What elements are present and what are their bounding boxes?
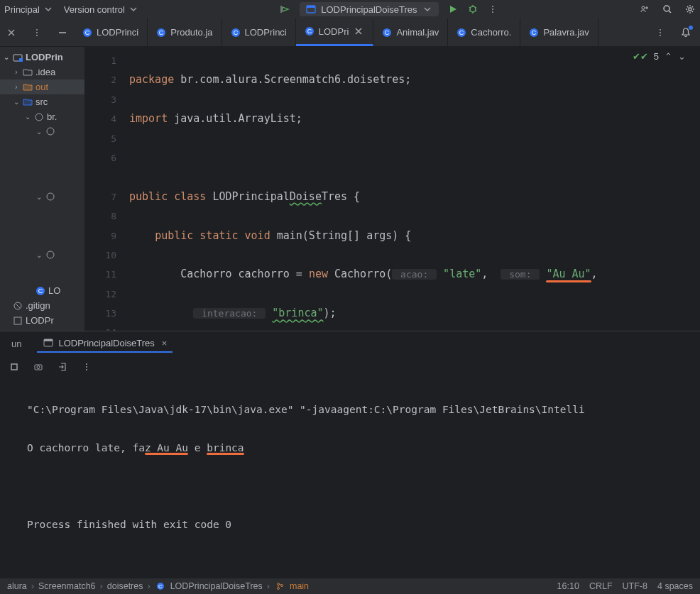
svg-point-3	[492, 6, 493, 7]
svg-point-48	[86, 369, 87, 370]
run-config-tab[interactable]: LODPrincipalDoiseTres ×	[37, 334, 173, 353]
settings-icon[interactable]	[684, 4, 696, 15]
exit-icon[interactable]	[57, 361, 68, 373]
inspection-indicator[interactable]: ✔✔ 5 ⌃ ⌄	[633, 51, 686, 62]
close-tab-icon[interactable]: ×	[162, 338, 168, 348]
chevron-down-icon	[422, 4, 433, 15]
tab-palavra[interactable]: C Palavra.jav	[520, 18, 598, 46]
svg-point-5	[492, 11, 493, 13]
svg-point-46	[86, 363, 87, 365]
build-icon[interactable]	[280, 4, 291, 15]
check-icon: ✔✔	[633, 51, 648, 62]
crumb-file[interactable]: LODPrincipalDoiseTres	[170, 581, 263, 591]
tree-br[interactable]: ⌄ br.	[0, 109, 84, 124]
output-line: "C:\Program Files\Java\jdk-17\bin\java.e…	[27, 400, 689, 419]
tab-produto[interactable]: C Produto.ja	[148, 18, 222, 46]
run-tool-label[interactable]: un	[6, 336, 27, 352]
line-number: 3	[85, 90, 129, 109]
run-icon[interactable]	[447, 4, 459, 15]
tree-pkg[interactable]: ⌄	[0, 124, 84, 138]
line-number: 5	[85, 129, 129, 148]
tab-cachorro[interactable]: C Cachorro.	[448, 18, 520, 46]
chevron-right-icon: ›	[13, 68, 20, 76]
search-icon[interactable]	[662, 4, 673, 15]
caret-position[interactable]: 16:10	[557, 581, 579, 591]
tab-label: LODPri	[319, 26, 349, 37]
package-icon	[45, 126, 55, 136]
prev-highlight-icon[interactable]: ⌃	[665, 51, 672, 62]
line-number: 11	[85, 265, 129, 284]
output-line: O cachorro late, faz Au Au e brinca	[27, 439, 689, 458]
crumb[interactable]: alura	[7, 581, 27, 591]
run-toolbar	[0, 356, 700, 378]
notifications-icon[interactable]	[680, 27, 691, 38]
java-class-icon: C	[82, 28, 92, 38]
line-number: 7	[85, 187, 129, 207]
editor-body[interactable]: 1 2 3 4 5 6 7 8 9 10 11 12 13 14 15 16 1…	[85, 47, 700, 331]
git-branch[interactable]: main	[290, 581, 309, 591]
tree-pkg3[interactable]: ⌄	[0, 248, 84, 262]
code-with-me-icon[interactable]	[639, 4, 650, 15]
tab-label: Cachorro.	[471, 27, 511, 38]
line-number: 9	[85, 226, 129, 246]
package-icon	[34, 112, 44, 122]
more-icon[interactable]	[81, 361, 92, 373]
tree-out[interactable]: › out	[0, 79, 84, 94]
tree-gitignore[interactable]: .gitign	[0, 298, 84, 313]
application-icon	[43, 337, 54, 348]
svg-text:C: C	[85, 29, 90, 36]
crumb[interactable]: doisetres	[107, 581, 143, 591]
camera-icon[interactable]	[33, 361, 44, 373]
tree-pkg2[interactable]: ⌄	[0, 189, 84, 204]
more-icon[interactable]	[655, 27, 666, 38]
debug-icon[interactable]	[467, 4, 478, 15]
crumb-separator: ›	[147, 581, 150, 591]
java-class-icon: C	[231, 28, 241, 38]
tree-label: .idea	[35, 67, 55, 77]
project-dropdown[interactable]: Principal	[4, 4, 54, 15]
line-number: 14	[85, 323, 129, 331]
folder-icon	[23, 67, 33, 77]
svg-rect-43	[11, 364, 17, 370]
tab-lodprincipal-2[interactable]: C LODPrinci	[222, 18, 296, 46]
stop-icon[interactable]	[9, 361, 20, 373]
tab-animal[interactable]: C Animal.jav	[373, 18, 448, 46]
next-highlight-icon[interactable]: ⌄	[678, 51, 686, 62]
project-tree[interactable]: ⌄ LODPrin › .idea › out ⌄ src ⌄ br. ⌄	[0, 47, 85, 331]
tree-src[interactable]: ⌄ src	[0, 94, 84, 109]
package-icon	[45, 250, 55, 260]
svg-point-31	[35, 114, 43, 121]
line-separator[interactable]: CRLF	[589, 581, 613, 591]
svg-point-27	[660, 32, 661, 33]
tab-label: LODPrinci	[97, 27, 138, 38]
tree-root[interactable]: ⌄ LODPrin	[0, 50, 84, 65]
tree-iml[interactable]: LODPr	[0, 313, 84, 328]
crumb[interactable]: Screenmatch6	[38, 581, 96, 591]
tree-class-lo[interactable]: C LO	[0, 283, 84, 298]
close-panel-icon[interactable]	[6, 27, 17, 38]
collapse-icon[interactable]	[57, 27, 68, 38]
more-icon[interactable]	[31, 27, 43, 38]
tab-lodpri-active[interactable]: C LODPri	[296, 18, 374, 46]
file-encoding[interactable]: UTF-8	[623, 581, 647, 591]
application-icon	[305, 4, 317, 15]
tree-idea[interactable]: › .idea	[0, 65, 84, 79]
tree-label: LO	[48, 285, 60, 296]
indent-setting[interactable]: 4 spaces	[657, 581, 693, 591]
output-line: Process finished with exit code 0	[27, 515, 689, 534]
close-tab-icon[interactable]	[353, 26, 364, 37]
tab-lodprincipal-1[interactable]: C LODPrinci	[74, 18, 148, 46]
svg-point-11	[36, 35, 38, 36]
run-config-selector[interactable]: LODPrincipalDoiseTres	[300, 2, 438, 16]
more-icon[interactable]	[487, 4, 498, 15]
breadcrumb[interactable]: alura › Screenmatch6 › doisetres › C LOD…	[7, 581, 550, 592]
run-output[interactable]: "C:\Program Files\Java\jdk-17\bin\java.e…	[0, 378, 700, 578]
vcs-dropdown[interactable]: Version control	[64, 4, 139, 15]
code-content[interactable]: package br.com.alura.Screenmatch6.doiset…	[129, 47, 700, 331]
editor-tabs: C LODPrinci C Produto.ja C LODPrinci C L…	[74, 18, 646, 46]
svg-rect-42	[44, 339, 53, 341]
svg-point-51	[277, 583, 279, 585]
run-tabs: un LODPrincipalDoiseTres ×	[0, 331, 700, 356]
java-class-icon: C	[529, 28, 539, 38]
svg-point-2	[470, 6, 476, 12]
